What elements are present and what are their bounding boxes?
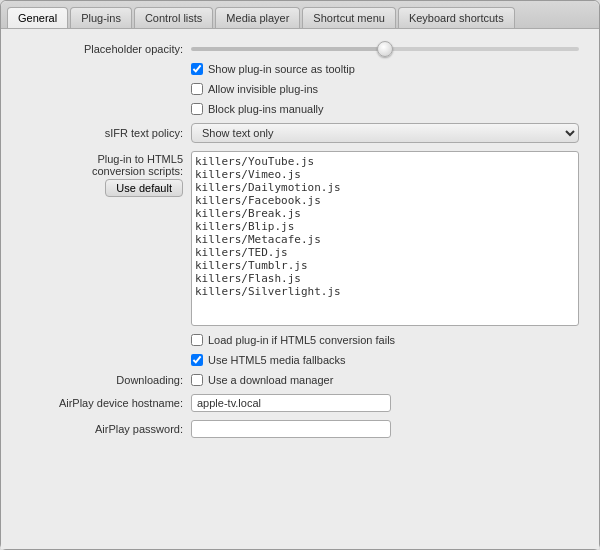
tab-control-lists[interactable]: Control lists: [134, 7, 213, 28]
allow-invisible-checkbox-row: Allow invisible plug-ins: [191, 83, 579, 95]
tab-shortcut-menu[interactable]: Shortcut menu: [302, 7, 396, 28]
load-plugin-checkbox[interactable]: [191, 334, 203, 346]
airplay-hostname-area: [191, 394, 579, 412]
airplay-password-row: AirPlay password:: [21, 420, 579, 438]
allow-invisible-area: Allow invisible plug-ins: [191, 83, 579, 95]
main-window: General Plug-ins Control lists Media pla…: [0, 0, 600, 550]
tab-plugins[interactable]: Plug-ins: [70, 7, 132, 28]
conversion-label-2: conversion scripts:: [92, 165, 183, 177]
show-plugin-checkbox[interactable]: [191, 63, 203, 75]
airplay-hostname-input[interactable]: [191, 394, 391, 412]
conversion-label-1: Plug-in to HTML5: [97, 153, 183, 165]
conversion-scripts-row: Plug-in to HTML5 conversion scripts: Use…: [21, 151, 579, 326]
show-plugin-area: Show plug-in source as tooltip: [191, 63, 579, 75]
scripts-textarea[interactable]: killers/YouTube.js killers/Vimeo.js kill…: [191, 151, 579, 326]
content-area: Placeholder opacity: Show plug-in source…: [1, 29, 599, 549]
allow-invisible-row: Allow invisible plug-ins: [21, 83, 579, 95]
downloading-label: Downloading:: [21, 374, 191, 386]
download-manager-label: Use a download manager: [208, 374, 333, 386]
block-plugins-checkbox-row: Block plug-ins manually: [191, 103, 579, 115]
block-plugins-area: Block plug-ins manually: [191, 103, 579, 115]
placeholder-opacity-slider[interactable]: [191, 47, 579, 51]
scripts-control-area: killers/YouTube.js killers/Vimeo.js kill…: [191, 151, 579, 326]
tab-bar: General Plug-ins Control lists Media pla…: [1, 1, 599, 29]
load-plugin-area: Load plug-in if HTML5 conversion fails: [191, 334, 579, 346]
show-plugin-label: Show plug-in source as tooltip: [208, 63, 355, 75]
placeholder-opacity-row: Placeholder opacity:: [21, 43, 579, 55]
tab-media-player[interactable]: Media player: [215, 7, 300, 28]
block-plugins-checkbox[interactable]: [191, 103, 203, 115]
slider-container: [191, 47, 579, 51]
load-plugin-checkbox-row: Load plug-in if HTML5 conversion fails: [191, 334, 579, 346]
airplay-password-area: [191, 420, 579, 438]
conversion-label: Plug-in to HTML5 conversion scripts: Use…: [21, 151, 191, 197]
load-plugin-row: Load plug-in if HTML5 conversion fails: [21, 334, 579, 346]
block-plugins-row: Block plug-ins manually: [21, 103, 579, 115]
downloading-row: Downloading: Use a download manager: [21, 374, 579, 386]
downloading-area: Use a download manager: [191, 374, 579, 386]
use-default-button[interactable]: Use default: [105, 179, 183, 197]
use-html5-checkbox[interactable]: [191, 354, 203, 366]
download-manager-checkbox-row: Use a download manager: [191, 374, 579, 386]
airplay-hostname-row: AirPlay device hostname:: [21, 394, 579, 412]
use-html5-row: Use HTML5 media fallbacks: [21, 354, 579, 366]
slider-area: [191, 47, 579, 51]
sifr-label: sIFR text policy:: [21, 127, 191, 139]
sifr-control-area: Show text only Hide text Show text alway…: [191, 123, 579, 143]
sifr-select[interactable]: Show text only Hide text Show text alway…: [191, 123, 579, 143]
load-plugin-label: Load plug-in if HTML5 conversion fails: [208, 334, 395, 346]
tab-keyboard-shortcuts[interactable]: Keyboard shortcuts: [398, 7, 515, 28]
allow-invisible-label: Allow invisible plug-ins: [208, 83, 318, 95]
block-plugins-label: Block plug-ins manually: [208, 103, 324, 115]
use-html5-area: Use HTML5 media fallbacks: [191, 354, 579, 366]
allow-invisible-checkbox[interactable]: [191, 83, 203, 95]
show-plugin-row: Show plug-in source as tooltip: [21, 63, 579, 75]
placeholder-opacity-label: Placeholder opacity:: [21, 43, 191, 55]
sifr-row: sIFR text policy: Show text only Hide te…: [21, 123, 579, 143]
use-html5-label: Use HTML5 media fallbacks: [208, 354, 346, 366]
use-html5-checkbox-row: Use HTML5 media fallbacks: [191, 354, 579, 366]
airplay-password-input[interactable]: [191, 420, 391, 438]
show-plugin-checkbox-row: Show plug-in source as tooltip: [191, 63, 579, 75]
download-manager-checkbox[interactable]: [191, 374, 203, 386]
airplay-hostname-label: AirPlay device hostname:: [21, 397, 191, 409]
airplay-password-label: AirPlay password:: [21, 423, 191, 435]
tab-general[interactable]: General: [7, 7, 68, 28]
